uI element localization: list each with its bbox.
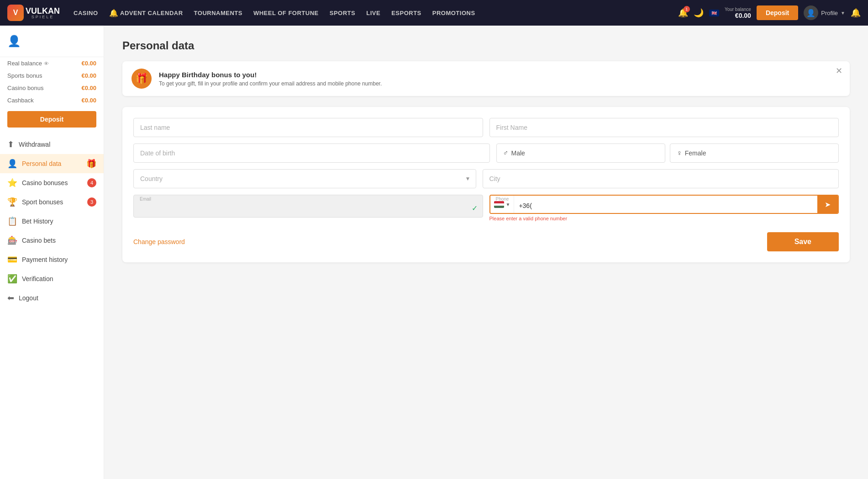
page-title: Personal data <box>122 39 850 52</box>
night-mode-btn[interactable]: 🌙 <box>694 8 704 18</box>
change-password-link[interactable]: Change password <box>133 238 185 245</box>
nav-esports[interactable]: ESPORTS <box>387 7 426 19</box>
real-balance-row: Real balance 👁 €0.00 <box>0 57 104 69</box>
logo-spiele: SPIELE <box>32 15 54 19</box>
banner-close-btn[interactable]: ✕ <box>836 67 842 75</box>
real-balance-label: Real balance 👁 <box>7 60 49 67</box>
form-actions: Change password Save <box>133 232 839 251</box>
chevron-down-icon: ▼ <box>506 202 510 207</box>
logo-vulkan: VULKAN <box>26 7 60 15</box>
profile-label: Profile <box>821 10 838 16</box>
nav-wheel[interactable]: WHEEL OF FORTUNE <box>249 7 323 19</box>
gender-group: ♂ Male ♀ Female <box>496 144 839 163</box>
casino-bonus-row: Casino bonus €0.00 <box>0 82 104 94</box>
language-btn[interactable]: 🇬🇧 <box>709 10 719 16</box>
phone-input-row: ▼ ➤ <box>489 195 839 214</box>
header-deposit-btn[interactable]: Deposit <box>757 5 798 20</box>
phone-label: Phone <box>496 197 509 202</box>
balance-section: Your balance €0.00 <box>725 7 751 19</box>
balance-label: Your balance <box>725 7 751 12</box>
uk-flag-icon: 🇬🇧 <box>709 10 719 16</box>
casino-bonus-amount: €0.00 <box>81 85 96 91</box>
check-icon: ✓ <box>472 204 478 213</box>
save-btn[interactable]: Save <box>767 232 839 251</box>
balance-amount[interactable]: €0.00 <box>735 12 751 19</box>
history-icon: 📋 <box>7 216 17 226</box>
sidebar-item-payment-history[interactable]: 💳 Payment history <box>0 250 104 269</box>
bonus-icon: ⭐ <box>7 178 17 188</box>
sidebar-item-personal-data[interactable]: 👤 Personal data 🎁 <box>0 154 104 173</box>
verify-icon: ✅ <box>7 274 17 284</box>
sports-bonus-label: Sports bonus <box>7 72 42 79</box>
sidebar-item-casino-bets[interactable]: 🎰 Casino bets <box>0 231 104 250</box>
person-icon: 👤 <box>7 159 17 169</box>
gender-male-btn[interactable]: ♂ Male <box>496 144 665 163</box>
email-label: Email <box>140 197 151 202</box>
header-right: 🔔 1 🌙 🇬🇧 Your balance €0.00 Deposit 👤 Pr… <box>678 5 861 20</box>
gift-icon: 🎁 <box>86 159 96 169</box>
logo-text: VULKAN SPIELE <box>26 7 60 19</box>
nav-promotions[interactable]: PROMOTIONS <box>428 7 480 19</box>
dob-input[interactable] <box>133 144 490 163</box>
sidebar-item-bet-history[interactable]: 📋 Bet History <box>0 212 104 231</box>
city-input[interactable] <box>483 169 839 188</box>
birthday-banner: 🎁 Happy Birthday bonus to you! To get yo… <box>122 61 850 96</box>
sidebar-item-casino-bonuses[interactable]: ⭐ Casino bonuses 4 <box>0 173 104 192</box>
cashback-label: Cashback <box>7 97 34 104</box>
sidebar-deposit-btn[interactable]: Deposit <box>7 111 96 128</box>
nav-live[interactable]: LIVE <box>362 7 385 19</box>
sidebar-item-logout[interactable]: ⬅ Logout <box>0 288 104 308</box>
last-name-input[interactable] <box>133 118 483 137</box>
logo-icon: V <box>7 5 24 21</box>
notifications-bell-btn[interactable]: 🔔 <box>851 8 861 18</box>
birthday-desc: To get your gift, fill in your profile a… <box>159 80 382 87</box>
nav-tournaments[interactable]: TOURNAMENTS <box>189 7 247 19</box>
profile-avatar: 👤 <box>804 5 818 20</box>
payment-icon: 💳 <box>7 255 17 265</box>
female-icon: ♀ <box>677 149 682 157</box>
country-select[interactable]: Country <box>133 169 476 188</box>
phone-send-btn[interactable]: ➤ <box>817 196 838 213</box>
phone-input[interactable] <box>514 196 817 213</box>
sports-bonus-amount: €0.00 <box>81 72 96 79</box>
profile-section[interactable]: 👤 Profile ▼ <box>804 5 845 20</box>
cashback-amount: €0.00 <box>81 97 96 104</box>
country-select-wrap: Country ▼ <box>133 169 476 188</box>
casino-icon: 🎰 <box>7 235 17 245</box>
logo: V VULKAN SPIELE <box>7 5 60 21</box>
nav-sports[interactable]: SPORTS <box>325 7 360 19</box>
male-icon: ♂ <box>503 149 509 157</box>
bell-icon: 🔔 <box>109 9 119 17</box>
phone-error-msg: Please enter a valid phone number <box>489 216 839 221</box>
dob-gender-row: ♂ Male ♀ Female <box>133 144 839 163</box>
email-phone-row: Email ✓ Phone ▼ <box>133 195 839 221</box>
notifications-btn[interactable]: 🔔 1 <box>678 8 688 18</box>
eye-icon[interactable]: 👁 <box>44 61 49 66</box>
real-balance-amount: €0.00 <box>81 60 96 67</box>
hungary-flag-icon <box>494 201 504 208</box>
email-display <box>133 195 483 218</box>
gender-female-btn[interactable]: ♀ Female <box>670 144 839 163</box>
withdrawal-icon: ⬆ <box>7 139 14 149</box>
sidebar-item-verification[interactable]: ✅ Verification <box>0 269 104 288</box>
nav-casino[interactable]: CASINO <box>69 7 103 19</box>
nav-advent[interactable]: 🔔 ADVENT CALENDAR <box>105 6 188 20</box>
layout: 👤 Real balance 👁 €0.00 Sports bonus €0.0… <box>0 26 868 479</box>
birthday-icon: 🎁 <box>132 69 152 89</box>
sidebar-item-withdrawal[interactable]: ⬆ Withdrawal <box>0 135 104 154</box>
notification-bell-icon: 🔔 <box>851 8 861 17</box>
country-city-row: Country ▼ <box>133 169 839 188</box>
sidebar-user: 👤 <box>0 35 104 57</box>
chevron-down-icon: ▼ <box>841 11 845 16</box>
casino-bonuses-badge: 4 <box>87 178 96 187</box>
sport-bonuses-badge: 3 <box>87 197 96 207</box>
logout-icon: ⬅ <box>7 293 14 303</box>
phone-field-wrap: Phone ▼ ➤ Please enter <box>489 195 839 221</box>
sidebar-item-sport-bonuses[interactable]: 🏆 Sport bonuses 3 <box>0 192 104 212</box>
main-content: Personal data 🎁 Happy Birthday bonus to … <box>104 26 868 479</box>
sidebar: 👤 Real balance 👁 €0.00 Sports bonus €0.0… <box>0 26 104 479</box>
birthday-title: Happy Birthday bonus to you! <box>159 71 382 79</box>
first-name-input[interactable] <box>489 118 839 137</box>
casino-bonus-label: Casino bonus <box>7 85 44 91</box>
name-row <box>133 118 839 137</box>
